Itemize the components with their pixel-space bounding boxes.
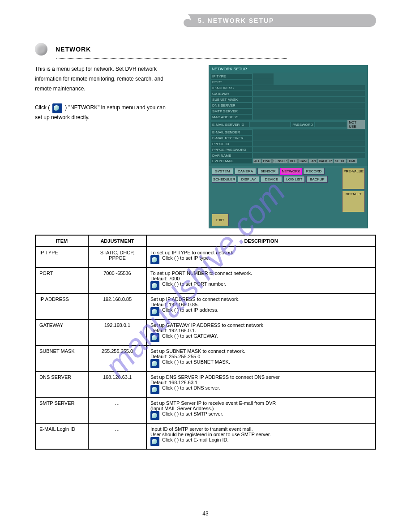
settings-table: ITEM ADJUSTMENT DESCRIPTION IP TYPE STAT… xyxy=(35,235,376,450)
table-row: GATEWAY 192.168.0.1 Set up GATEWAY IP AD… xyxy=(35,319,376,345)
intro-text: This is a menu setup for network. Set DV… xyxy=(35,65,201,228)
table-row: IP ADDRESS 192.168.0.85 Set up IP ADDRES… xyxy=(35,293,376,319)
mouse-icon xyxy=(150,385,159,394)
col-item: ITEM xyxy=(35,235,88,247)
mouse-icon xyxy=(150,333,159,342)
table-row: SUBNET MASK 255.255.255.0 Set up SUBNET … xyxy=(35,345,376,371)
table-row: PORT 7000~65536 To set up PORT NUMBER to… xyxy=(35,267,376,293)
table-row: DNS SERVER 168.126.63.1 Set up DNS SERVE… xyxy=(35,371,376,397)
mouse-icon xyxy=(150,437,159,446)
mouse-icon xyxy=(150,255,159,264)
table-row: SMTP SERVER … Set up SMTP Server IP to r… xyxy=(35,397,376,423)
col-adjustment: ADJUSTMENT xyxy=(88,235,146,247)
section-title: NETWORK xyxy=(56,46,91,53)
mouse-icon xyxy=(150,359,159,368)
table-row: IP TYPE STATIC, DHCP, PPPOE To set up IP… xyxy=(35,247,376,267)
table-row: E-MAIL Login ID … Input ID of SMTP serve… xyxy=(35,423,376,449)
section-bullet-icon xyxy=(35,43,47,56)
network-setup-screenshot: NETWORK SETUP IP TYPE PORT IP ADDRESS GA… xyxy=(209,65,368,228)
intro-click-text: ) "NETWORK" in setup menu and you can xyxy=(65,103,166,112)
mouse-icon xyxy=(150,307,159,316)
page-number: 43 xyxy=(0,511,411,517)
mouse-icon xyxy=(52,103,62,113)
intro-click-text-pre: Click ( xyxy=(35,103,50,112)
header-title: 5. NETWORK SETUP xyxy=(198,17,274,24)
mouse-icon xyxy=(150,281,159,290)
section-heading: NETWORK xyxy=(35,43,376,56)
mouse-icon xyxy=(150,411,159,420)
divider xyxy=(56,58,287,59)
screenshot-title: NETWORK SETUP xyxy=(209,65,368,73)
page-header: 5. NETWORK SETUP xyxy=(160,13,376,30)
col-description: DESCRIPTION xyxy=(146,235,376,247)
